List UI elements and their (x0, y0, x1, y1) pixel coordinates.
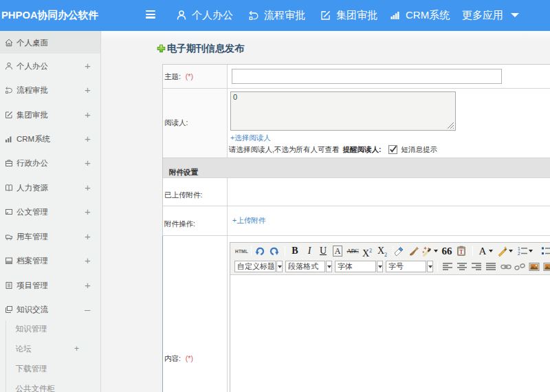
svg-text:1: 1 (518, 246, 520, 251)
svg-text:2: 2 (518, 251, 520, 256)
svg-text:T: T (459, 249, 463, 255)
